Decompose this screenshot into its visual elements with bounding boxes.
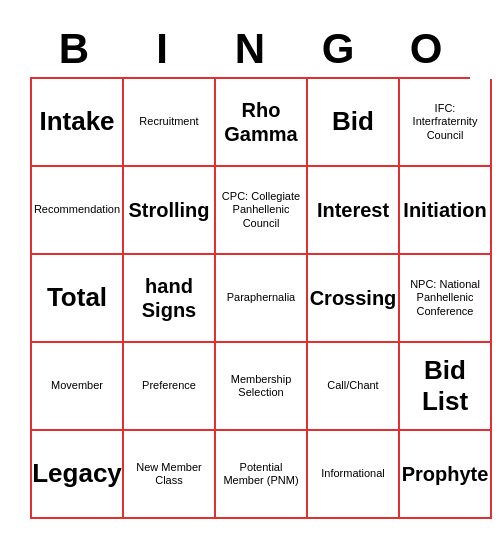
cell-text-24: Prophyte (402, 462, 489, 486)
bingo-cell-13: Crossing (308, 255, 400, 343)
cell-text-4: IFC: Interfraternity Council (404, 102, 486, 142)
bingo-letter-b: B (32, 25, 116, 73)
cell-text-7: CPC: Collegiate Panhellenic Council (220, 190, 302, 230)
bingo-cell-3: Bid (308, 79, 400, 167)
bingo-cell-4: IFC: Interfraternity Council (400, 79, 492, 167)
bingo-cell-9: Initiation (400, 167, 492, 255)
bingo-cell-2: Rho Gamma (216, 79, 308, 167)
bingo-cell-11: hand Signs (124, 255, 216, 343)
bingo-cell-19: Bid List (400, 343, 492, 431)
cell-text-17: Membership Selection (220, 373, 302, 399)
cell-text-16: Preference (142, 379, 196, 392)
bingo-cell-5: Recommendation (32, 167, 124, 255)
cell-text-13: Crossing (310, 286, 397, 310)
bingo-header: BINGO (30, 25, 470, 73)
cell-text-10: Total (47, 282, 107, 313)
cell-text-6: Strolling (128, 198, 209, 222)
cell-text-14: NPC: National Panhellenic Conference (404, 278, 486, 318)
bingo-cell-8: Interest (308, 167, 400, 255)
cell-text-0: Intake (39, 106, 114, 137)
bingo-cell-18: Call/Chant (308, 343, 400, 431)
cell-text-5: Recommendation (34, 203, 120, 216)
cell-text-3: Bid (332, 106, 374, 137)
bingo-cell-14: NPC: National Panhellenic Conference (400, 255, 492, 343)
bingo-cell-0: Intake (32, 79, 124, 167)
cell-text-1: Recruitment (139, 115, 198, 128)
bingo-letter-n: N (208, 25, 292, 73)
cell-text-20: Legacy (32, 458, 122, 489)
bingo-letter-o: O (384, 25, 468, 73)
cell-text-12: Paraphernalia (227, 291, 296, 304)
bingo-cell-17: Membership Selection (216, 343, 308, 431)
bingo-cell-21: New Member Class (124, 431, 216, 519)
cell-text-15: Movember (51, 379, 103, 392)
bingo-cell-10: Total (32, 255, 124, 343)
bingo-cell-20: Legacy (32, 431, 124, 519)
cell-text-11: hand Signs (128, 274, 210, 322)
bingo-grid: IntakeRecruitmentRho GammaBidIFC: Interf… (30, 77, 470, 519)
cell-text-23: Informational (321, 467, 385, 480)
bingo-letter-g: G (296, 25, 380, 73)
cell-text-18: Call/Chant (327, 379, 378, 392)
bingo-card: BINGO IntakeRecruitmentRho GammaBidIFC: … (20, 15, 480, 529)
bingo-cell-16: Preference (124, 343, 216, 431)
bingo-cell-6: Strolling (124, 167, 216, 255)
bingo-cell-15: Movember (32, 343, 124, 431)
cell-text-21: New Member Class (128, 461, 210, 487)
bingo-cell-7: CPC: Collegiate Panhellenic Council (216, 167, 308, 255)
cell-text-22: Potential Member (PNM) (220, 461, 302, 487)
bingo-letter-i: I (120, 25, 204, 73)
cell-text-2: Rho Gamma (220, 98, 302, 146)
bingo-cell-24: Prophyte (400, 431, 492, 519)
cell-text-19: Bid List (404, 355, 486, 417)
bingo-cell-1: Recruitment (124, 79, 216, 167)
bingo-cell-22: Potential Member (PNM) (216, 431, 308, 519)
cell-text-8: Interest (317, 198, 389, 222)
cell-text-9: Initiation (403, 198, 486, 222)
bingo-cell-12: Paraphernalia (216, 255, 308, 343)
bingo-cell-23: Informational (308, 431, 400, 519)
